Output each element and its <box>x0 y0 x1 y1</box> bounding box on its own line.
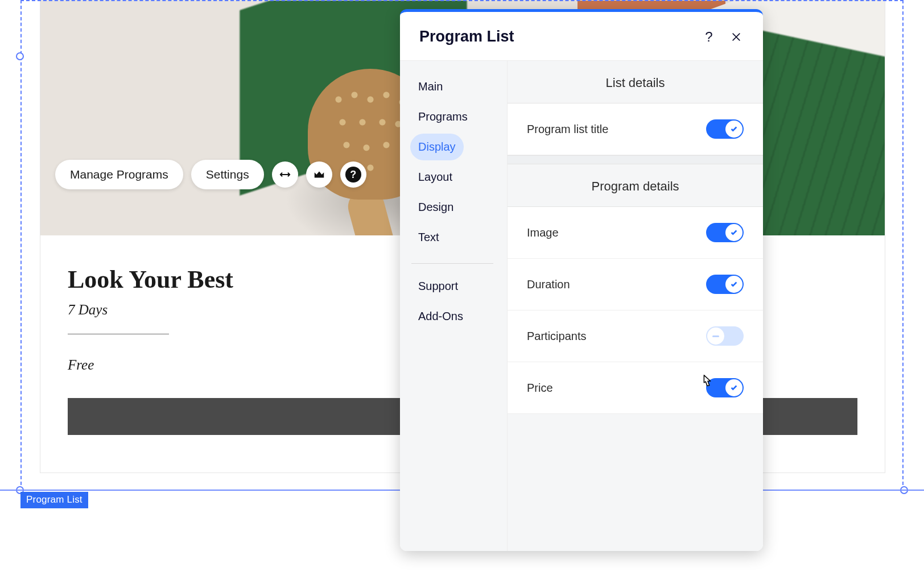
section-heading-program-details: Program details <box>508 164 763 207</box>
crown-icon[interactable] <box>306 161 332 188</box>
sidebar-item-add-ons[interactable]: Add-Ons <box>410 303 471 330</box>
manage-programs-button[interactable]: Manage Programs <box>55 160 183 189</box>
program-details-row-participants: Participants <box>508 310 763 362</box>
row-label: Program list title <box>527 123 608 136</box>
panel-title: Program List <box>419 28 689 45</box>
sidebar-item-support[interactable]: Support <box>410 273 466 300</box>
resize-handle[interactable] <box>16 52 24 60</box>
program-details-row-price: Price <box>508 362 763 414</box>
toggle-image[interactable] <box>706 223 744 242</box>
settings-button[interactable]: Settings <box>191 160 264 189</box>
sidebar-item-design[interactable]: Design <box>410 194 461 221</box>
section-gap <box>508 155 763 164</box>
sidebar-item-programs[interactable]: Programs <box>410 103 476 130</box>
stretch-icon[interactable] <box>272 161 298 188</box>
sidebar-item-main[interactable]: Main <box>410 73 451 100</box>
sidebar-item-text[interactable]: Text <box>410 224 447 251</box>
toggle-price[interactable] <box>706 378 744 397</box>
panel-help-icon[interactable]: ? <box>702 30 716 44</box>
close-icon[interactable] <box>729 30 744 44</box>
toggle-duration[interactable] <box>706 275 744 294</box>
program-details-row-image: Image <box>508 207 763 259</box>
settings-panel: Program List ? MainProgramsDisplayLayout… <box>400 9 763 551</box>
help-icon[interactable]: ? <box>340 161 366 188</box>
row-label: Image <box>527 226 559 239</box>
list-details-row-program-list-title: Program list title <box>508 103 763 155</box>
sidebar-item-layout[interactable]: Layout <box>410 164 460 190</box>
toggle-participants[interactable] <box>706 326 744 346</box>
component-toolbar: Manage Programs Settings ? <box>55 160 366 189</box>
row-label: Participants <box>527 330 587 343</box>
selection-label: Program List <box>20 492 88 508</box>
section-heading-list-details: List details <box>508 61 763 103</box>
row-label: Price <box>527 382 553 395</box>
panel-content: List details Program list title Program … <box>508 61 763 551</box>
panel-sidebar: MainProgramsDisplayLayoutDesignText Supp… <box>400 61 508 551</box>
row-label: Duration <box>527 278 570 291</box>
divider <box>68 334 169 334</box>
sidebar-item-display[interactable]: Display <box>410 134 464 160</box>
sidebar-separator <box>411 263 493 264</box>
panel-header: Program List ? <box>400 12 763 61</box>
toggle-program-list-title[interactable] <box>706 119 744 139</box>
program-details-row-duration: Duration <box>508 259 763 310</box>
